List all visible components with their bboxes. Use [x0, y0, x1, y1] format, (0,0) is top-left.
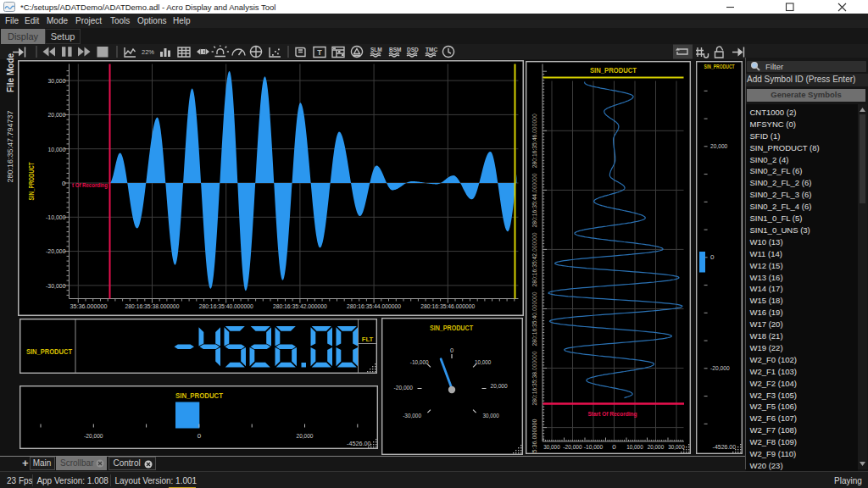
svg-text:280:16:35:44.000000: 280:16:35:44.000000: [347, 302, 401, 310]
svg-text:-30,000: -30,000: [403, 411, 421, 419]
svg-text:0: 0: [198, 431, 202, 439]
svg-text:0: 0: [62, 179, 66, 186]
svg-text:SLM: SLM: [370, 47, 382, 53]
svg-text:20,000: 20,000: [47, 111, 65, 119]
svg-text:BSM: BSM: [389, 47, 401, 53]
svg-text:SIN_PRODUCT: SIN_PRODUCT: [430, 323, 473, 331]
svg-text:30,000: 30,000: [668, 442, 684, 450]
svg-text:t Of Recording: t Of Recording: [72, 180, 108, 188]
svg-text:20,000: 20,000: [297, 431, 314, 439]
svg-text:-20,000: -20,000: [563, 442, 582, 450]
svg-text:35:36.000000: 35:36.000000: [70, 302, 107, 310]
svg-text:30,000: 30,000: [543, 442, 559, 450]
svg-text:20,000: 20,000: [490, 382, 507, 390]
svg-text:-4526.00: -4526.00: [712, 442, 736, 450]
svg-text:10,000: 10,000: [47, 145, 65, 152]
svg-text:-10,000: -10,000: [409, 358, 428, 365]
svg-text:10,000: 10,000: [626, 442, 643, 450]
svg-text:-10,000: -10,000: [583, 442, 603, 450]
svg-text:DSD: DSD: [407, 47, 419, 53]
svg-text:0: 0: [449, 346, 453, 353]
svg-text:280:16:35:42.000000: 280:16:35:42.000000: [272, 302, 326, 310]
svg-text:-30,000: -30,000: [46, 281, 66, 289]
svg-text:-20,000: -20,000: [84, 431, 103, 439]
svg-text:TMC: TMC: [426, 47, 437, 53]
svg-text:-20,000: -20,000: [393, 383, 413, 391]
svg-text:0: 0: [612, 442, 616, 450]
svg-text:280:16:35:38.000000: 280:16:35:38.000000: [125, 302, 179, 310]
svg-text:-4526.00: -4526.00: [347, 439, 371, 446]
svg-text:280:16:35:42.000000: 280:16:35:42.000000: [531, 232, 538, 286]
svg-text:0: 0: [710, 253, 715, 261]
svg-text:SIN_PRODUCT: SIN_PRODUCT: [175, 391, 223, 399]
svg-text:30,000: 30,000: [47, 76, 65, 84]
svg-text:-20,000: -20,000: [710, 364, 730, 372]
svg-text:SIN_PRODUCT: SIN_PRODUCT: [704, 63, 734, 69]
svg-text:SIN_PRODUCT: SIN_PRODUCT: [26, 162, 35, 200]
svg-text:280:16:35:38.000000: 280:16:35:38.000000: [531, 351, 538, 405]
svg-text:280:16:35:46.000000: 280:16:35:46.000000: [531, 114, 538, 168]
svg-text:280:16:35:46.000000: 280:16:35:46.000000: [420, 302, 475, 310]
svg-text:-20,000: -20,000: [46, 247, 66, 255]
svg-text:20,000: 20,000: [710, 142, 727, 150]
svg-text:280:16:35:44.000000: 280:16:35:44.000000: [531, 173, 538, 227]
svg-text:SIN_PRODUCT: SIN_PRODUCT: [590, 66, 637, 75]
svg-text:22%: 22%: [142, 48, 154, 56]
svg-text:20,000: 20,000: [647, 442, 663, 450]
svg-text:280:16:35:40.000000: 280:16:35:40.000000: [198, 302, 253, 310]
svg-text:10,000: 10,000: [475, 358, 491, 365]
svg-text:T: T: [317, 48, 322, 57]
svg-text:SIN_PRODUCT: SIN_PRODUCT: [26, 347, 72, 355]
svg-text:FLT: FLT: [361, 335, 373, 342]
svg-text:-10,000: -10,000: [46, 214, 66, 221]
svg-text:30,000: 30,000: [482, 411, 498, 419]
svg-text:Start Of Recording: Start Of Recording: [587, 409, 637, 417]
svg-text:280:16:35:40.000000: 280:16:35:40.000000: [531, 291, 538, 346]
svg-text:35:36.000000: 35:36.000000: [531, 419, 538, 453]
